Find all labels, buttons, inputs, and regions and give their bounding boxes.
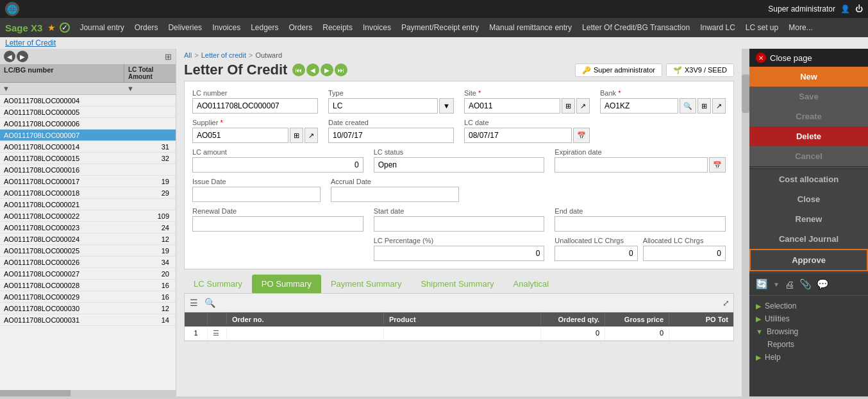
list-item[interactable]: AO0111708LOC00003012: [0, 303, 176, 314]
prev-btn[interactable]: ◀: [4, 51, 15, 62]
expand-icon[interactable]: ⊞: [165, 52, 172, 62]
table-list-btn[interactable]: ☰: [188, 296, 199, 309]
tab-payment-summary[interactable]: Payment Summary: [321, 275, 412, 293]
list-item[interactable]: AO0111708LOC00002916: [0, 291, 176, 303]
list-item[interactable]: AO0111708LOC00002519: [0, 245, 176, 257]
type-dropdown-btn[interactable]: ▼: [439, 98, 454, 114]
nav-lc-setup[interactable]: LC set up: [741, 22, 783, 33]
list-item[interactable]: AO0111708LOC00001719: [0, 176, 176, 187]
supplier-lookup-btn[interactable]: ⊞: [290, 128, 303, 143]
nav-invoices-1[interactable]: Invoices: [208, 22, 245, 33]
attachment-icon[interactable]: 📎: [799, 278, 812, 290]
cancel-journal-button[interactable]: Cancel Journal: [749, 229, 868, 249]
tab-analytical[interactable]: Analytical: [504, 275, 559, 293]
nav-journal-entry[interactable]: Journal entry: [75, 22, 128, 33]
table-search-btn[interactable]: 🔍: [203, 296, 217, 309]
renewal-date-input[interactable]: [192, 216, 363, 232]
message-icon[interactable]: 💬: [817, 278, 829, 290]
list-item[interactable]: AO0111708LOC00002720: [0, 268, 176, 280]
list-item[interactable]: AO0111708LOC00001829: [0, 187, 176, 199]
nav-receipts[interactable]: Receipts: [318, 22, 357, 33]
lc-amount-input[interactable]: [192, 157, 363, 173]
delete-button[interactable]: Delete: [749, 126, 868, 146]
nav-payment-receipt[interactable]: Payment/Receipt entry: [397, 22, 483, 33]
tab-po-summary[interactable]: PO Summary: [252, 275, 321, 293]
list-item[interactable]: AO0111708LOC000022109: [0, 210, 176, 222]
issue-date-input[interactable]: [192, 187, 321, 202]
cost-allocation-button[interactable]: Cost allocation: [749, 169, 868, 189]
refresh-icon[interactable]: 🔄: [756, 278, 768, 290]
utilities-section[interactable]: ▶ Utilities: [756, 312, 862, 325]
help-section[interactable]: ▶ Help: [756, 351, 862, 364]
renew-button[interactable]: Renew: [749, 209, 868, 229]
expand-icon[interactable]: ☰: [213, 329, 219, 337]
admin-btn[interactable]: 🔑 Super administrator: [575, 64, 662, 77]
selection-section[interactable]: ▶ Selection: [756, 300, 862, 312]
lc-status-input[interactable]: [374, 157, 545, 173]
supplier-expand-btn[interactable]: ↗: [305, 128, 318, 143]
center-scrollbar[interactable]: [742, 49, 749, 396]
nav-orders-2[interactable]: Orders: [285, 22, 317, 33]
breadcrumb-all[interactable]: All: [184, 51, 192, 59]
approve-button[interactable]: Approve: [749, 249, 868, 271]
list-item[interactable]: AO0111708LOC00002634: [0, 257, 176, 268]
loc-link[interactable]: Letter of Credit: [5, 38, 56, 47]
list-item[interactable]: AO0111708LOC00001431: [0, 141, 176, 153]
left-scrollbar[interactable]: [0, 390, 176, 396]
logout-icon[interactable]: ⏻: [855, 4, 863, 13]
list-item[interactable]: AO0111708LOC00002816: [0, 280, 176, 291]
end-date-input[interactable]: [555, 216, 726, 232]
start-date-input[interactable]: [374, 216, 545, 232]
reports-item[interactable]: Reports: [756, 338, 862, 351]
site-input[interactable]: [464, 98, 560, 114]
list-item[interactable]: AO0111708LOC00002324: [0, 222, 176, 233]
lc-number-input[interactable]: [192, 98, 318, 114]
filter-icon-1[interactable]: ▼: [3, 85, 10, 92]
close-circle-icon[interactable]: ✕: [756, 53, 766, 63]
tab-shipment-summary[interactable]: Shipment Summary: [411, 275, 503, 293]
nav-loc-bg[interactable]: Letter Of Credit/BG Transaction: [578, 22, 694, 33]
close-button[interactable]: Close: [749, 189, 868, 209]
list-item[interactable]: AO0111708LOC000007: [0, 130, 176, 141]
nav-manual-remittance[interactable]: Manual remittance entry: [485, 22, 576, 33]
bank-input[interactable]: [600, 98, 678, 114]
new-button[interactable]: New: [749, 67, 868, 87]
row-expand-icon[interactable]: ☰: [208, 327, 227, 340]
list-item[interactable]: AO0111708LOC00001532: [0, 153, 176, 164]
last-btn[interactable]: ⏭: [335, 64, 347, 76]
date-created-input[interactable]: [328, 128, 454, 143]
nav-ledgers[interactable]: Ledgers: [246, 22, 283, 33]
accrual-date-input[interactable]: [331, 187, 459, 202]
type-input[interactable]: [328, 98, 438, 114]
list-item[interactable]: AO0111708LOC000004: [0, 95, 176, 106]
allocated-input[interactable]: [643, 246, 726, 261]
browsing-section[interactable]: ▼ Browsing: [756, 325, 862, 338]
first-btn[interactable]: ⏮: [292, 64, 305, 76]
unallocated-input[interactable]: [555, 246, 637, 261]
nav-more[interactable]: More...: [784, 22, 817, 33]
list-item[interactable]: AO0111708LOC000006: [0, 118, 176, 130]
expiration-date-input[interactable]: [555, 157, 708, 173]
bank-lookup-btn[interactable]: ⊞: [697, 98, 711, 114]
list-item[interactable]: AO0111708LOC000005: [0, 106, 176, 118]
next-btn[interactable]: ▶: [17, 51, 28, 62]
list-item[interactable]: AO0111708LOC00003114: [0, 314, 176, 326]
bank-search-btn[interactable]: 🔍: [680, 98, 696, 114]
next-record-btn[interactable]: ▶: [321, 64, 333, 76]
filter-icon-2[interactable]: ▼: [127, 85, 134, 92]
print-icon[interactable]: 🖨: [785, 279, 794, 290]
lc-date-input[interactable]: [464, 128, 572, 143]
fullscreen-btn[interactable]: ⤢: [722, 298, 730, 308]
nav-invoices-2[interactable]: Invoices: [358, 22, 396, 33]
site-expand-btn[interactable]: ↗: [576, 98, 590, 114]
tab-lc-summary[interactable]: LC Summary: [184, 275, 252, 293]
nav-inward-lc[interactable]: Inward LC: [696, 22, 740, 33]
favorite-icon[interactable]: ★: [47, 22, 56, 33]
list-item[interactable]: AO0111708LOC00002412: [0, 233, 176, 245]
nav-deliveries[interactable]: Deliveries: [163, 22, 206, 33]
site-lookup-btn[interactable]: ⊞: [562, 98, 575, 114]
list-item[interactable]: AO0111708LOC000021: [0, 199, 176, 210]
nav-orders-1[interactable]: Orders: [130, 22, 163, 33]
breadcrumb-loc[interactable]: Letter of credit: [201, 51, 246, 59]
expiration-date-cal-btn[interactable]: 📅: [709, 157, 726, 173]
